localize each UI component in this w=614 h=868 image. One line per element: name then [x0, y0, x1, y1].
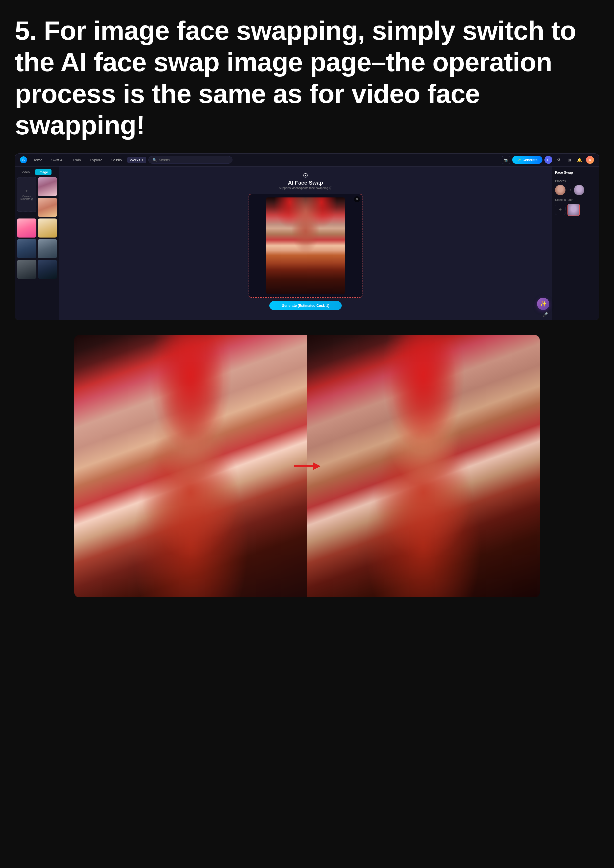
target-face-img — [574, 185, 584, 195]
sidebar-thumb-man3[interactable] — [17, 260, 36, 279]
source-face-img — [555, 185, 566, 195]
navbar: S Home Swift AI Train Explore Studio Wor… — [15, 153, 599, 166]
face-swap-subtitle: Supports videos/photo face swapping ⓘ — [279, 186, 332, 190]
left-sidebar: Video Image + Custom Template @ — [15, 166, 59, 320]
add-face-button[interactable]: + — [555, 205, 566, 215]
face-swap-title: AI Face Swap — [288, 180, 323, 186]
sidebar-thumb-girl1[interactable] — [38, 177, 57, 197]
nav-item-swiftai[interactable]: Swift AI — [48, 157, 67, 164]
discord-icon[interactable]: D — [544, 156, 552, 164]
sidebar-thumb-man4[interactable] — [38, 260, 57, 279]
nav-item-works[interactable]: Works ▼ — [127, 157, 146, 163]
tab-image[interactable]: Image — [35, 169, 51, 175]
nav-item-home[interactable]: Home — [29, 157, 46, 164]
thumb-man3-img — [17, 260, 36, 279]
before-image-inner — [74, 335, 307, 597]
avatar[interactable]: A — [586, 156, 594, 164]
process-arrow-icon: → — [567, 187, 572, 192]
arrow-between — [292, 460, 322, 472]
generate-cost-button[interactable]: Generate (Estimated Cost: 1) — [269, 301, 342, 310]
face-swap-panel-title: Face Swap — [555, 170, 596, 174]
camera-icon[interactable]: 📷 — [502, 156, 510, 164]
process-section: Process → — [555, 180, 596, 195]
custom-template-thumb[interactable]: + Custom Template @ — [17, 177, 36, 212]
works-label: Works — [130, 158, 140, 162]
right-panel: Face Swap Process → Select a Face — [552, 166, 599, 320]
before-image — [74, 335, 307, 597]
christmas-girl-image — [266, 197, 345, 294]
chevron-down-icon: ▼ — [141, 158, 144, 161]
info-icon: ⓘ — [329, 186, 332, 190]
grid-icon[interactable]: ⊞ — [565, 156, 573, 164]
select-face-section: Select a Face + — [555, 198, 596, 216]
thumb-lolita-img — [38, 219, 57, 238]
app-window: S Home Swift AI Train Explore Studio Wor… — [15, 153, 599, 320]
nav-item-studio[interactable]: Studio — [108, 157, 126, 164]
thumb-pink-img — [17, 219, 36, 238]
select-face-label: Select a Face — [555, 198, 596, 202]
sidebar-thumb-man1[interactable] — [17, 239, 36, 258]
hero-heading: 5. For image face swapping, simply switc… — [0, 0, 614, 153]
sidebar-thumb-man2[interactable] — [38, 239, 57, 258]
select-face-grid: + — [555, 204, 596, 216]
microphone-icon[interactable]: 🎤 — [542, 312, 548, 318]
comparison-section — [15, 335, 599, 597]
source-face-thumb — [555, 185, 566, 195]
search-icon: 🔍 — [152, 158, 157, 162]
sidebar-thumb-lolita[interactable] — [38, 219, 57, 238]
process-label: Process — [555, 180, 596, 183]
custom-template-label: Custom Template @ — [17, 195, 36, 200]
girl-bg — [266, 197, 345, 294]
thumb-girl1-img — [38, 177, 57, 197]
red-arrow-icon — [292, 460, 322, 472]
process-row: → — [555, 185, 596, 195]
search-bar[interactable]: 🔍 — [148, 156, 233, 164]
after-image — [307, 335, 540, 597]
bell-icon[interactable]: 🔔 — [576, 156, 584, 164]
sparkle-icon: ✨ — [540, 301, 547, 307]
main-content: ⊙ AI Face Swap Supports videos/photo fac… — [59, 166, 552, 320]
sidebar-grid: + Custom Template @ — [15, 175, 59, 281]
sidebar-thumb-pink[interactable] — [17, 219, 36, 238]
search-input[interactable] — [159, 158, 228, 162]
floating-ai-button[interactable]: ✨ — [537, 298, 549, 310]
nav-item-explore[interactable]: Explore — [86, 157, 106, 164]
vial-icon[interactable]: ⚗ — [555, 156, 563, 164]
upload-area-inner — [266, 197, 345, 294]
sidebar-thumb-girl2[interactable] — [38, 198, 57, 217]
tab-row: Video Image — [15, 166, 59, 175]
face-swap-icon: ⊙ — [303, 172, 308, 179]
thumb-girl2-img — [38, 198, 57, 217]
after-image-inner — [307, 335, 540, 597]
selected-face-thumb[interactable] — [567, 204, 580, 216]
plus-icon: + — [25, 188, 28, 194]
nav-icons: D ⚗ ⊞ 🔔 A — [544, 156, 594, 164]
target-face-thumb — [574, 185, 584, 195]
upload-area[interactable]: × — [249, 194, 362, 298]
tab-video[interactable]: Video — [18, 169, 33, 175]
custom-template-inner: + Custom Template @ — [17, 177, 36, 212]
thumb-man1-img — [17, 239, 36, 258]
app-body: Video Image + Custom Template @ — [15, 166, 599, 320]
thumb-man2-img — [38, 239, 57, 258]
selected-face-img — [568, 204, 579, 215]
nav-item-train[interactable]: Train — [69, 157, 84, 164]
close-button[interactable]: × — [354, 196, 360, 202]
generate-button[interactable]: ✨ Generate — [512, 156, 542, 164]
svg-marker-1 — [313, 462, 320, 470]
thumb-man4-img — [38, 260, 57, 279]
app-logo: S — [20, 157, 27, 163]
